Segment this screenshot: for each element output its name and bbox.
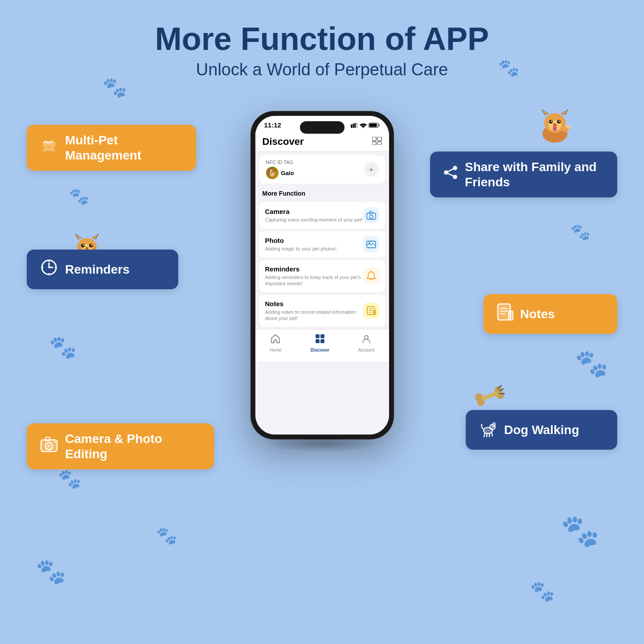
nav-account-label: Account — [358, 348, 374, 353]
svg-line-5 — [446, 168, 455, 172]
account-icon — [361, 334, 371, 346]
svg-rect-82 — [377, 142, 381, 145]
camera-function-icon — [363, 207, 379, 223]
photo-function-icon — [363, 236, 379, 252]
svg-rect-98 — [320, 339, 324, 343]
photo-function-info: Photo Adding magic to your pet photos! — [265, 237, 363, 252]
corgi-mascot-top — [535, 107, 575, 156]
reminders-label: Reminders — [65, 262, 130, 277]
camera-edit-icon — [39, 435, 59, 458]
notes-label: Notes — [520, 307, 555, 322]
svg-line-29 — [487, 433, 487, 437]
svg-rect-95 — [316, 334, 320, 338]
svg-point-42 — [559, 121, 560, 122]
bottom-nav: Home Discover — [255, 329, 389, 361]
page-title: More Function of APP — [0, 21, 644, 57]
notes-function-info: Notes Adding notes to record related inf… — [265, 300, 363, 322]
nfc-card[interactable]: NFC ID TAG 🐕 Galo ＋ — [259, 155, 386, 184]
multi-pet-badge: Multi-Pet Management — [27, 125, 196, 171]
dynamic-island — [300, 121, 345, 134]
phone-shadow — [264, 435, 380, 452]
reminders-function-info: Reminders Adding reminders to keep track… — [265, 265, 363, 287]
svg-point-57 — [83, 245, 84, 246]
svg-point-41 — [551, 121, 552, 122]
notes-icon — [496, 302, 514, 326]
camera-function-info: Camera Capturing every exciting moment o… — [265, 208, 363, 223]
photo-function-name: Photo — [265, 237, 363, 244]
paw-bg-10: 🐾 — [575, 348, 608, 379]
photo-function-desc: Adding magic to your pet photos! — [265, 246, 363, 252]
svg-rect-67 — [481, 391, 498, 401]
share-label: Share with Family and Friends — [465, 160, 605, 189]
paw-bg-12: 🐾 — [561, 513, 599, 549]
app-discover-title: Discover — [263, 136, 304, 148]
svg-rect-79 — [372, 137, 376, 141]
paw-bg-4: 🐾 — [49, 334, 77, 360]
svg-point-47 — [566, 125, 570, 129]
svg-line-28 — [484, 433, 485, 437]
nav-home[interactable]: Home — [270, 334, 282, 353]
svg-point-58 — [91, 245, 92, 246]
paw-bg-13: 🐾 — [530, 579, 555, 603]
camera-function-desc: Capturing every exciting moment of your … — [265, 217, 363, 223]
nfc-info: NFC ID TAG 🐕 Galo — [266, 160, 294, 179]
svg-rect-71 — [351, 124, 352, 128]
svg-line-31 — [492, 432, 492, 436]
dog-walking-badge: Dog Walking — [466, 410, 617, 450]
multi-pet-icon — [39, 136, 59, 160]
pet-name: Galo — [281, 170, 294, 176]
camera-edit-label: Camera & Photo Editing — [65, 431, 201, 461]
dog-walking-icon — [478, 418, 498, 442]
svg-point-75 — [362, 127, 364, 128]
reminders-function-card[interactable]: Reminders Adding reminders to keep track… — [259, 260, 386, 292]
paw-bg-7: 🐾 — [156, 526, 177, 546]
phone-mockup: 11:12 Discover — [251, 111, 394, 439]
paw-bg-5: 🐾 — [58, 468, 81, 490]
multi-pet-label: Multi-Pet Management — [65, 133, 184, 163]
reminders-badge: Reminders — [27, 250, 178, 289]
reminder-function-icon — [363, 268, 379, 284]
app-header: Discover — [255, 131, 389, 152]
home-icon — [271, 334, 280, 346]
notes-function-desc: Adding notes to record related informati… — [265, 309, 363, 322]
notes-function-card[interactable]: Notes Adding notes to record related inf… — [259, 295, 386, 327]
photo-function-card[interactable]: Photo Adding magic to your pet photos! — [259, 231, 386, 258]
nav-home-label: Home — [270, 348, 282, 353]
status-icons — [351, 123, 380, 128]
phone-screen: Discover NFC ID TAG — [255, 131, 389, 435]
svg-rect-85 — [369, 211, 372, 213]
pet-avatar: 🐕 — [266, 167, 279, 179]
svg-rect-78 — [379, 124, 380, 126]
svg-rect-80 — [377, 137, 381, 141]
nav-discover-label: Discover — [311, 348, 329, 353]
svg-point-22 — [47, 444, 51, 448]
nav-account[interactable]: Account — [358, 334, 374, 353]
svg-rect-74 — [356, 123, 357, 128]
nfc-pet: 🐕 Galo — [266, 167, 294, 179]
notes-function-icon — [363, 303, 379, 319]
camera-function-name: Camera — [265, 208, 363, 215]
reminders-icon — [39, 258, 59, 281]
camera-badge: Camera & Photo Editing — [27, 423, 214, 469]
svg-point-87 — [369, 242, 370, 244]
dog-walking-label: Dog Walking — [504, 422, 579, 438]
reminders-function-desc: Adding reminders to keep track of your p… — [265, 274, 363, 287]
paw-bg-9: 🐾 — [570, 223, 591, 242]
expand-icon[interactable] — [372, 137, 382, 147]
svg-line-6 — [446, 172, 455, 177]
svg-point-84 — [369, 215, 373, 218]
svg-rect-72 — [353, 123, 354, 128]
svg-rect-73 — [354, 123, 356, 128]
svg-rect-97 — [316, 339, 320, 343]
more-function-header: More Function — [255, 184, 389, 200]
camera-function-card[interactable]: Camera Capturing every exciting moment o… — [259, 202, 386, 229]
add-pet-button[interactable]: ＋ — [364, 162, 378, 176]
notes-function-name: Notes — [265, 300, 363, 308]
svg-point-2 — [453, 166, 457, 170]
share-badge: Share with Family and Friends — [430, 152, 617, 197]
svg-rect-96 — [320, 334, 324, 338]
nav-discover[interactable]: Discover — [311, 334, 329, 353]
svg-rect-81 — [372, 142, 376, 145]
share-icon — [443, 164, 459, 185]
nfc-label: NFC ID TAG — [266, 160, 294, 165]
